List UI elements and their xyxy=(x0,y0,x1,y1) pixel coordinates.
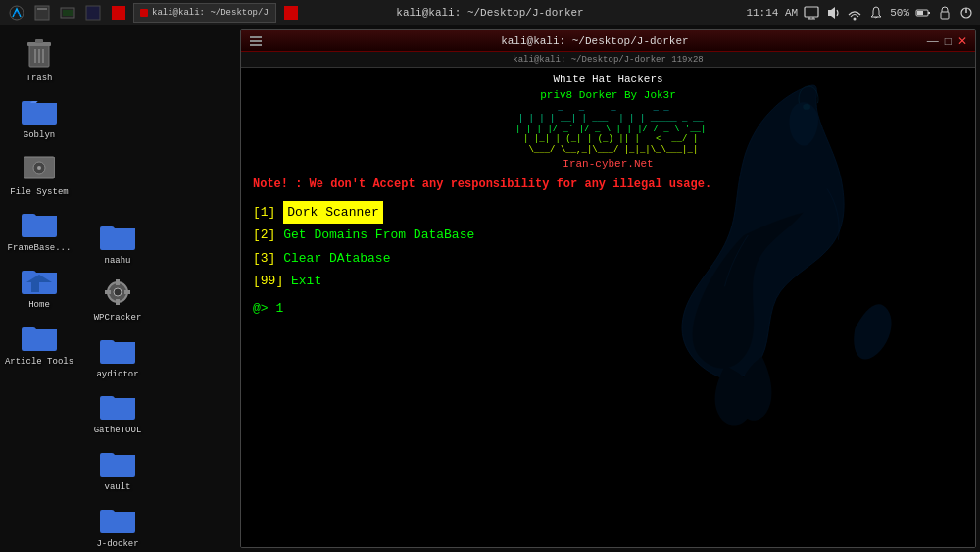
close-button[interactable]: ✕ xyxy=(957,35,967,47)
desktop-icon-articletools[interactable]: Article Tools xyxy=(4,319,74,368)
home-label: Home xyxy=(28,300,50,311)
desktop: Trash Goblyn File System xyxy=(0,25,980,552)
header-section: White Hat Hackers xyxy=(253,74,963,85)
svg-rect-31 xyxy=(116,279,120,285)
home-folder-icon xyxy=(22,262,57,297)
gathetool-folder-icon xyxy=(100,387,135,423)
svg-point-12 xyxy=(854,17,857,20)
app-dot xyxy=(140,9,148,17)
ascii-art: _ _ _ _ _ | | | | __| | ___ | | | _____ … xyxy=(511,103,707,156)
screen-icon[interactable] xyxy=(804,5,819,21)
framebase-folder-icon xyxy=(22,205,57,240)
taskbar-app-1[interactable] xyxy=(31,2,53,24)
menu-1-num: [1] xyxy=(253,201,283,224)
battery-icon[interactable] xyxy=(915,5,931,21)
taskbar-right: 11:14 AM 50% xyxy=(746,5,974,21)
desktop-icon-filesystem[interactable]: File System xyxy=(4,149,74,198)
desktop-icon-home[interactable]: Home xyxy=(4,262,74,311)
svg-rect-8 xyxy=(805,7,818,17)
battery-percent: 50% xyxy=(890,7,909,19)
svg-rect-15 xyxy=(917,11,923,15)
desktop-icon-trash[interactable]: Trash xyxy=(4,35,74,84)
warning-text: Note! : We don't Accept any responsibili… xyxy=(253,177,963,191)
framebase-label: FrameBase... xyxy=(8,243,72,254)
restore-button[interactable]: □ xyxy=(945,35,952,47)
aydictor-label: aydictor xyxy=(96,370,138,380)
terminal-window-controls: — □ ✕ xyxy=(927,35,967,47)
desktop-icon-naahu[interactable]: naahu xyxy=(82,218,153,267)
desktop-icons-column: Trash Goblyn File System xyxy=(0,25,78,552)
menu-item-2[interactable]: [2] Get Domains From DataBase xyxy=(253,224,963,246)
desktop-icon-vault[interactable]: vault xyxy=(82,444,153,493)
audio-icon[interactable] xyxy=(825,5,841,21)
svg-rect-32 xyxy=(116,299,120,305)
menu-3-label: Clear DAtabase xyxy=(283,247,390,270)
taskbar-app-2[interactable] xyxy=(57,2,78,24)
svg-rect-34 xyxy=(124,290,130,294)
wpcracker-gear-icon xyxy=(100,275,135,310)
menu-item-99[interactable]: [99] Exit xyxy=(253,270,963,292)
terminal-titlebar: kali@kali: ~/Desktop/J-dorker — □ ✕ xyxy=(241,30,975,52)
vault-folder-icon xyxy=(100,444,135,479)
iran-cyber-line: Iran-cyber.Net xyxy=(563,158,653,170)
svg-point-30 xyxy=(114,288,122,296)
terminal-title-text: kali@kali: ~/Desktop/J-dorker xyxy=(501,35,688,47)
aydictor-folder-icon xyxy=(100,331,135,367)
menu-2-label: Get Domains From DataBase xyxy=(283,224,474,246)
jdocker-folder-icon xyxy=(100,501,135,536)
terminal-body[interactable]: White Hat Hackers priv8 Dorker By Jok3r … xyxy=(241,68,975,547)
svg-rect-4 xyxy=(63,10,73,16)
lock-icon[interactable] xyxy=(937,5,953,21)
menu-item-1[interactable]: [1] Dork Scanner xyxy=(253,201,963,224)
desktop-icons-col2: naahu WPCracker a xyxy=(78,61,157,550)
network-icon[interactable] xyxy=(847,5,862,21)
menu-1-label: Dork Scanner xyxy=(283,201,383,224)
terminal-menu-icon[interactable] xyxy=(249,34,263,48)
trash-label: Trash xyxy=(25,74,52,84)
goblyn-folder-icon xyxy=(22,92,57,127)
taskbar-app-4-red[interactable] xyxy=(108,2,129,24)
desktop-icon-gathetool[interactable]: GatheTOOL xyxy=(82,387,153,436)
taskbar-app-5-red[interactable] xyxy=(280,2,302,24)
taskbar-app-3[interactable] xyxy=(82,2,104,24)
svg-rect-37 xyxy=(250,44,262,46)
desktop-icon-goblyn[interactable]: Goblyn xyxy=(4,92,74,141)
taskbar-left: kali@kali: ~/Desktop/J-dorker xyxy=(6,2,302,24)
svg-rect-7 xyxy=(284,6,298,20)
terminal-controls-left xyxy=(249,34,263,48)
svg-rect-2 xyxy=(37,8,47,10)
menu-3-num: [3] xyxy=(253,247,283,270)
desktop-icon-aydictor[interactable]: aydictor xyxy=(82,331,153,380)
kali-logo-icon[interactable] xyxy=(6,2,27,24)
filesystem-icon xyxy=(22,149,57,184)
menu-2-num: [2] xyxy=(253,224,283,246)
taskbar-window-title: kali@kali: ~/Desktop/J-dorker xyxy=(396,7,583,19)
svg-rect-6 xyxy=(112,6,125,20)
active-terminal-button[interactable]: kali@kali: ~/Desktop/J-dorker xyxy=(133,3,276,23)
svg-rect-16 xyxy=(941,12,949,19)
desktop-icon-wpcracker[interactable]: WPCracker xyxy=(82,275,153,324)
taskbar-center-title: kali@kali: ~/Desktop/J-dorker xyxy=(396,7,583,19)
wpcracker-label: WPCracker xyxy=(94,313,142,324)
vault-label: vault xyxy=(104,482,130,493)
svg-rect-35 xyxy=(250,36,262,38)
naahu-label: naahu xyxy=(104,256,130,267)
naahu-folder-icon xyxy=(100,218,135,253)
svg-rect-21 xyxy=(35,39,43,43)
menu-99-num: [99] xyxy=(253,270,291,292)
minimize-button[interactable]: — xyxy=(927,35,939,47)
svg-rect-36 xyxy=(250,40,262,42)
bell-icon[interactable] xyxy=(868,5,884,21)
desktop-icon-jdocker[interactable]: J-docker xyxy=(82,501,153,550)
power-icon[interactable] xyxy=(958,5,974,21)
prompt-line[interactable]: @> 1 xyxy=(253,301,963,316)
terminal-window: kali@kali: ~/Desktop/J-dorker — □ ✕ kali… xyxy=(240,29,976,548)
app-label: kali@kali: ~/Desktop/J-dorker xyxy=(152,8,270,18)
svg-point-27 xyxy=(37,166,41,170)
menu-item-3[interactable]: [3] Clear DAtabase xyxy=(253,247,963,270)
filesystem-label: File System xyxy=(10,187,68,198)
menu-area: [1] Dork Scanner [2] Get Domains From Da… xyxy=(253,201,963,293)
app-title: White Hat Hackers xyxy=(253,74,963,85)
gathetool-label: GatheTOOL xyxy=(94,426,142,436)
desktop-icon-framebase[interactable]: FrameBase... xyxy=(4,205,74,254)
